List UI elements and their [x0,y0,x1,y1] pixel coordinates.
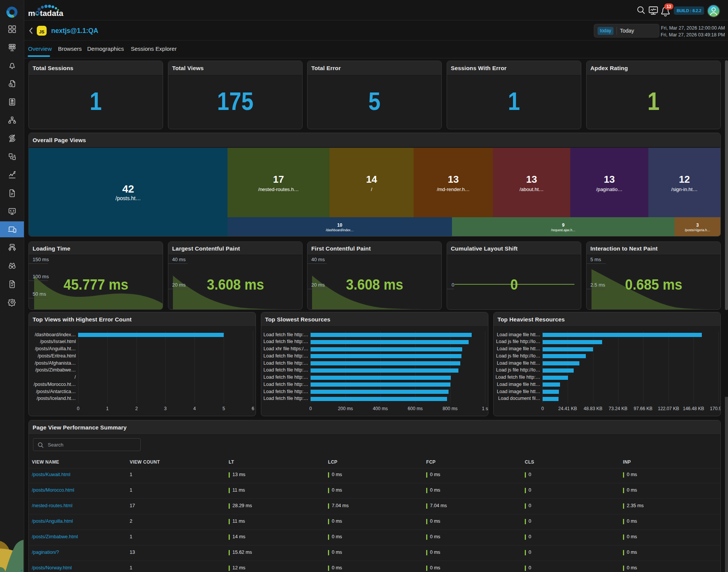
svg-text:tadata: tadata [40,9,63,17]
svg-text:m: m [28,9,35,17]
